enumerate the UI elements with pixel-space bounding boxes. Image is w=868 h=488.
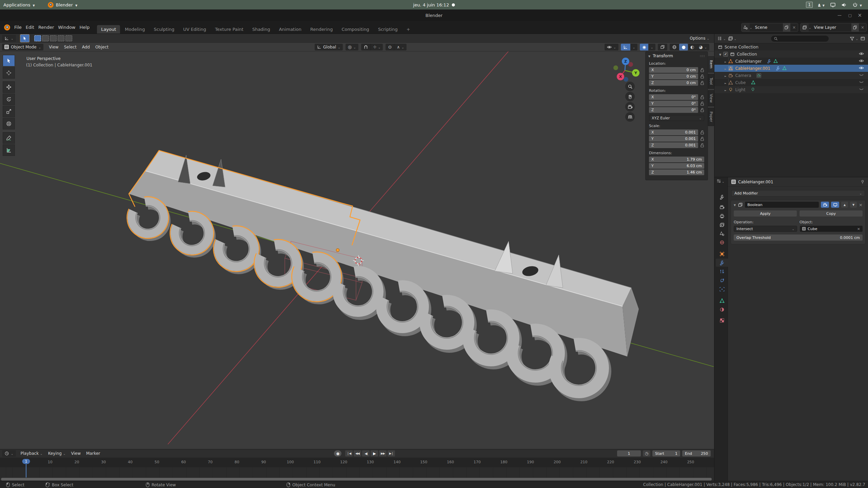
hide-toggle[interactable] <box>859 87 864 92</box>
new-scene-button[interactable] <box>783 23 790 32</box>
playhead[interactable] <box>26 464 26 477</box>
tab-output[interactable] <box>716 212 728 220</box>
transform-orientation-dropdown[interactable]: Global <box>315 44 343 50</box>
tool-select-box[interactable] <box>3 55 15 66</box>
frame-end-field[interactable]: End250 <box>682 450 711 456</box>
zoom-button[interactable] <box>625 82 635 91</box>
row-camera[interactable]: Camera <box>714 72 868 79</box>
row-light[interactable]: Light <box>714 86 868 93</box>
location-x-field[interactable]: X0 cm <box>649 67 698 73</box>
row-cablehanger[interactable]: CableHanger <box>714 58 868 65</box>
lock-icon[interactable] <box>700 137 704 141</box>
rotation-z-field[interactable]: Z0° <box>649 107 698 113</box>
menu-view-timeline[interactable]: View <box>68 450 83 457</box>
gizmos-toggle[interactable] <box>621 44 630 50</box>
lock-icon[interactable] <box>700 74 704 79</box>
power-menu[interactable] <box>852 2 862 7</box>
select-mode-intersect[interactable] <box>65 35 72 41</box>
hide-toggle[interactable] <box>859 73 864 78</box>
viewport-visibility-toggle[interactable] <box>831 202 839 208</box>
disclosure-icon[interactable] <box>725 87 726 92</box>
gizmo-x-axis[interactable]: X <box>617 73 624 80</box>
tab-object[interactable] <box>716 250 728 258</box>
timeline-ruler[interactable]: 1102030405060708090100110120130140150160… <box>0 458 714 467</box>
lock-icon[interactable] <box>700 101 704 106</box>
disclosure-icon[interactable] <box>725 66 726 71</box>
menu-object[interactable]: Object <box>93 44 111 50</box>
tab-material[interactable] <box>716 305 728 313</box>
maximize-button[interactable]: ▢ <box>848 13 852 18</box>
hide-toggle[interactable] <box>859 51 864 56</box>
tab-sculpting[interactable]: Sculpting <box>150 25 178 34</box>
menu-render[interactable]: Render <box>36 23 56 31</box>
play-reverse-button[interactable] <box>362 450 370 456</box>
tab-compositing[interactable]: Compositing <box>337 25 373 34</box>
menu-edit[interactable]: Edit <box>24 23 36 31</box>
workspace-indicator[interactable]: 1 <box>806 2 813 8</box>
checkbox-icon[interactable]: ✓ <box>723 52 728 57</box>
gizmos-dropdown[interactable] <box>630 44 638 50</box>
tab-modifiers[interactable] <box>716 259 728 267</box>
volume-icon[interactable] <box>841 2 847 8</box>
row-cube[interactable]: Cube <box>714 79 868 86</box>
dimension-x-field[interactable]: X1.79 cm <box>649 157 704 162</box>
delete-modifier-button[interactable]: × <box>859 202 863 207</box>
pan-button[interactable] <box>625 92 635 101</box>
scale-x-field[interactable]: X0.001 <box>649 129 698 135</box>
object-field[interactable]: Cube × <box>800 226 863 232</box>
lock-icon[interactable] <box>700 68 704 72</box>
menu-add[interactable]: Add <box>79 44 93 50</box>
tool-move[interactable] <box>3 81 15 93</box>
location-z-field[interactable]: Z0 cm <box>649 80 698 86</box>
window-title-bar[interactable]: Blender — ▢ × <box>0 9 868 21</box>
app-window-menu[interactable]: Blender <box>44 0 81 9</box>
display-mode-selector[interactable] <box>728 36 737 41</box>
menu-keying[interactable]: Keying <box>45 450 68 457</box>
record-button[interactable] <box>334 450 341 456</box>
previous-keyframe-button[interactable] <box>354 450 361 456</box>
rotation-x-field[interactable]: X0° <box>649 94 698 100</box>
tab-animation[interactable]: Animation <box>275 25 305 34</box>
disclosure-icon[interactable] <box>725 59 726 64</box>
apply-button[interactable]: Apply <box>734 210 797 217</box>
menu-view[interactable]: View <box>46 44 61 50</box>
sidebar-tab-tool[interactable]: Tool <box>708 74 714 89</box>
dimension-z-field[interactable]: Z1.46 cm <box>649 169 704 175</box>
tab-particles[interactable] <box>716 267 728 276</box>
snap-toggle[interactable] <box>361 44 371 50</box>
viewport-3d[interactable]: User Perspective (1) Collection | CableH… <box>0 52 714 449</box>
move-up-button[interactable]: ▲ <box>841 202 848 208</box>
pivot-point-dropdown[interactable]: ◎ <box>346 44 358 50</box>
jump-to-start-button[interactable] <box>345 450 353 456</box>
shading-material-button[interactable]: ◐ <box>688 44 696 50</box>
outliner-search-input[interactable] <box>771 36 829 42</box>
falloff-dropdown[interactable]: ∧ <box>394 44 406 50</box>
minimize-button[interactable]: — <box>837 13 842 18</box>
close-button[interactable]: × <box>857 12 862 18</box>
rotation-mode-dropdown[interactable]: XYZ Euler <box>649 115 704 121</box>
shading-wireframe-button[interactable] <box>670 44 679 50</box>
tab-uv-editing[interactable]: UV Editing <box>179 25 210 34</box>
select-mode-invert[interactable] <box>58 35 64 41</box>
outliner-editor-selector[interactable] <box>717 36 726 41</box>
new-view-layer-button[interactable] <box>851 23 859 32</box>
menu-playback[interactable]: Playback <box>18 450 45 457</box>
copy-button[interactable]: Copy <box>800 210 863 217</box>
tab-physics[interactable] <box>716 276 728 284</box>
lock-icon[interactable] <box>700 95 704 99</box>
proportional-editing-toggle[interactable]: ⊙ <box>386 44 394 50</box>
scale-y-field[interactable]: Y0.001 <box>649 136 698 142</box>
mode-selector[interactable]: Object Mode <box>2 44 43 50</box>
row-cablehanger-001[interactable]: CableHanger.001 <box>714 65 868 72</box>
tab-object-data[interactable] <box>716 297 728 305</box>
menu-select[interactable]: Select <box>61 44 79 50</box>
tab-render[interactable] <box>716 203 728 211</box>
timeline-editor-selector[interactable] <box>2 450 16 457</box>
lock-icon[interactable] <box>700 108 704 112</box>
rotation-y-field[interactable]: Y0° <box>649 101 698 106</box>
tab-scripting[interactable]: Scripting <box>374 25 402 34</box>
properties-editor-selector[interactable] <box>716 179 725 184</box>
tab-modeling[interactable]: Modeling <box>121 25 149 34</box>
gizmo-y-axis[interactable]: Y <box>632 69 639 77</box>
shading-rendered-button[interactable]: ◕ <box>696 44 709 50</box>
